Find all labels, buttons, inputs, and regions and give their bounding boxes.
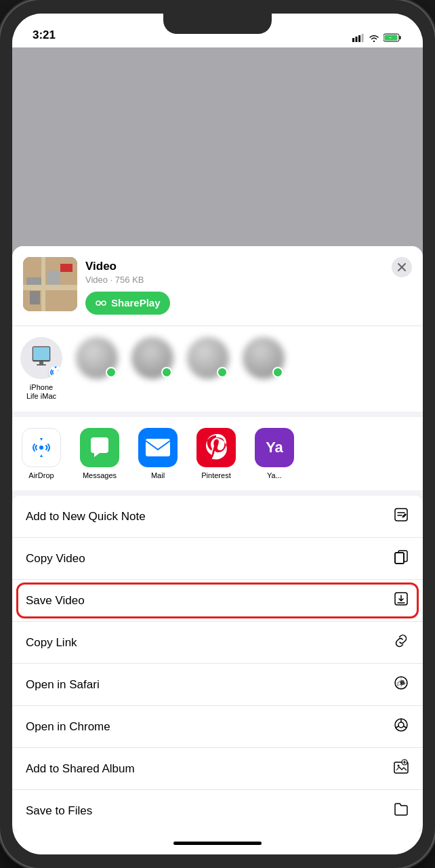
apps-section: AirDrop Messages [12,417,423,496]
status-time: 3:21 [33,28,56,42]
link-icon [393,633,409,652]
svg-point-15 [39,446,43,450]
home-bar [173,842,262,845]
shareplay-icon [95,297,107,309]
svg-rect-14 [37,364,46,366]
safari-icon [393,675,409,694]
action-open-chrome[interactable]: Open in Chrome [12,706,423,748]
home-indicator [12,831,423,854]
svg-line-29 [396,726,399,728]
wifi-icon [369,34,379,42]
green-dot-4 [272,367,283,378]
svg-rect-16 [146,439,170,456]
messages-icon [87,435,112,460]
save-icon [393,591,409,610]
actions-section: Add to New Quick Note Copy Video [12,496,423,831]
share-header: Video Video · 756 KB SharePlay [12,246,423,326]
contact-item-blurred-1[interactable] [73,337,121,401]
thumbnail-overlay [23,257,77,311]
ya-label: Ya [266,439,283,456]
contact-item-imac[interactable]: iPhone Life iMac [18,337,65,401]
share-title: Video [85,260,384,273]
action-copy-video[interactable]: Copy Video [12,538,423,580]
signal-icon [352,34,365,42]
green-dot-3 [217,367,228,378]
notch [163,14,272,34]
video-thumbnail [23,257,77,311]
album-icon [393,759,409,778]
svg-line-28 [404,726,407,728]
airdrop-waves-icon [28,434,55,461]
contact-name-imac: iPhone Life iMac [26,383,56,401]
app-icon-pinterest [196,428,236,467]
contact-avatar-imac [20,337,62,379]
battery-icon [384,33,402,42]
action-label-save-files: Save to Files [26,804,92,818]
action-save-video[interactable]: Save Video [12,580,423,622]
contacts-section: iPhone Life iMac [12,326,423,417]
shareplay-button[interactable]: SharePlay [85,292,170,315]
app-name-mail: Mail [151,471,165,479]
files-icon [393,801,409,821]
contact-item-blurred-2[interactable] [129,337,176,401]
action-label-open-chrome: Open in Chrome [26,720,110,734]
app-item-airdrop[interactable]: AirDrop [18,428,65,479]
svg-rect-13 [39,361,43,364]
status-icons [352,33,402,42]
action-save-files[interactable]: Save to Files [12,790,423,831]
airdrop-small-icon [49,358,62,379]
app-item-messages[interactable]: Messages [76,428,123,479]
app-item-mail[interactable]: Mail [134,428,182,479]
app-icon-messages [80,428,119,467]
svg-rect-2 [358,35,360,42]
app-icon-mail [138,428,178,467]
share-info: Video Video · 756 KB SharePlay [85,257,384,315]
contact-avatar-blurred-3 [187,337,229,379]
share-subtitle: Video · 756 KB [85,275,384,285]
action-label-open-safari: Open in Safari [26,678,100,692]
app-name-airdrop: AirDrop [28,471,54,479]
phone-screen: 3:21 [12,14,423,854]
green-dot-2 [161,367,172,378]
quicknote-icon [393,507,409,526]
svg-point-7 [96,301,100,305]
svg-rect-0 [352,38,354,42]
contact-avatar-blurred-1 [76,337,118,379]
action-open-safari[interactable]: Open in Safari [12,664,423,706]
phone-frame: 3:21 [0,0,435,868]
app-icon-ya: Ya [255,428,294,467]
app-name-messages: Messages [83,471,117,479]
action-label-quick-note: Add to New Quick Note [26,510,146,524]
action-label-copy-video: Copy Video [26,552,85,566]
action-add-shared-album[interactable]: Add to Shared Album [12,748,423,790]
svg-rect-1 [356,37,358,42]
contact-item-blurred-4[interactable] [240,337,287,401]
shareplay-label: SharePlay [111,297,161,309]
svg-point-8 [102,301,106,305]
contact-avatar-blurred-2 [131,337,173,379]
mail-icon [145,438,171,457]
action-copy-link[interactable]: Copy Link [12,622,423,664]
close-button[interactable] [392,257,412,277]
chrome-icon [393,717,409,736]
share-content: Video Video · 756 KB SharePlay [12,246,423,854]
svg-rect-19 [395,553,404,564]
app-icon-airdrop [22,428,61,467]
action-label-copy-link: Copy Link [26,636,77,650]
action-label-save-video: Save Video [26,594,85,608]
green-dot-1 [106,367,117,378]
svg-rect-3 [362,34,364,42]
action-label-shared-album: Add to Shared Album [26,762,135,776]
action-add-quick-note[interactable]: Add to New Quick Note [12,496,423,538]
app-item-ya[interactable]: Ya Ya... [251,428,298,479]
pinterest-icon [205,434,228,461]
copy-icon [393,549,409,568]
share-sheet: Video Video · 756 KB SharePlay [12,47,423,854]
app-name-ya: Ya... [267,471,282,479]
app-item-pinterest[interactable]: Pinterest [192,428,240,479]
svg-point-26 [398,722,404,728]
close-icon [398,263,406,271]
app-name-pinterest: Pinterest [201,471,230,479]
contact-item-blurred-3[interactable] [184,337,232,401]
svg-point-31 [398,765,400,767]
